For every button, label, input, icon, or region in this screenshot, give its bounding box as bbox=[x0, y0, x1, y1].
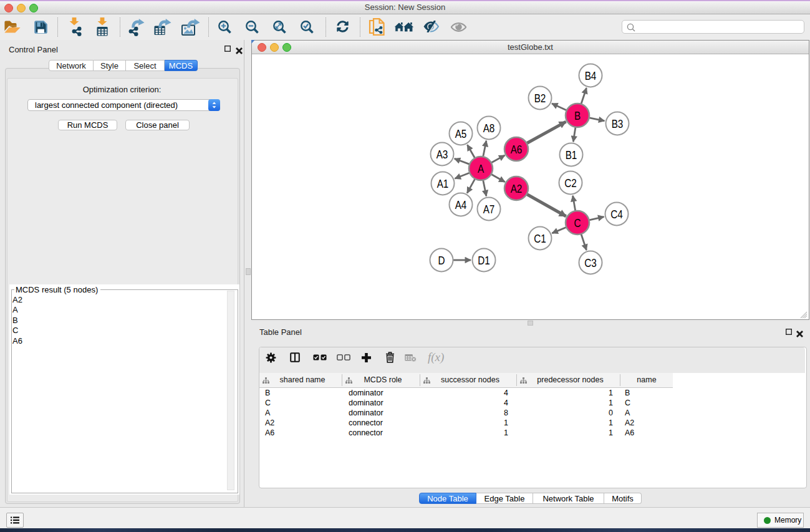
svg-text:D1: D1 bbox=[478, 254, 490, 266]
svg-text:C4: C4 bbox=[610, 208, 623, 220]
svg-text:D: D bbox=[438, 254, 445, 266]
svg-text:A5: A5 bbox=[455, 127, 467, 140]
svg-text:A2: A2 bbox=[511, 182, 523, 195]
svg-text:C3: C3 bbox=[584, 256, 597, 269]
svg-text:C: C bbox=[574, 216, 581, 229]
svg-text:B3: B3 bbox=[612, 117, 624, 130]
svg-text:A7: A7 bbox=[483, 203, 495, 215]
svg-text:B1: B1 bbox=[566, 148, 577, 161]
svg-text:C1: C1 bbox=[534, 232, 546, 244]
svg-text:B: B bbox=[574, 109, 581, 122]
svg-text:A: A bbox=[478, 162, 485, 175]
svg-text:A4: A4 bbox=[455, 198, 467, 211]
svg-text:A6: A6 bbox=[511, 143, 523, 155]
svg-text:B4: B4 bbox=[585, 69, 597, 82]
svg-text:B2: B2 bbox=[534, 92, 546, 104]
svg-text:A3: A3 bbox=[436, 148, 448, 160]
svg-text:A8: A8 bbox=[483, 122, 495, 134]
svg-text:C2: C2 bbox=[564, 177, 577, 189]
svg-text:A1: A1 bbox=[437, 177, 449, 190]
